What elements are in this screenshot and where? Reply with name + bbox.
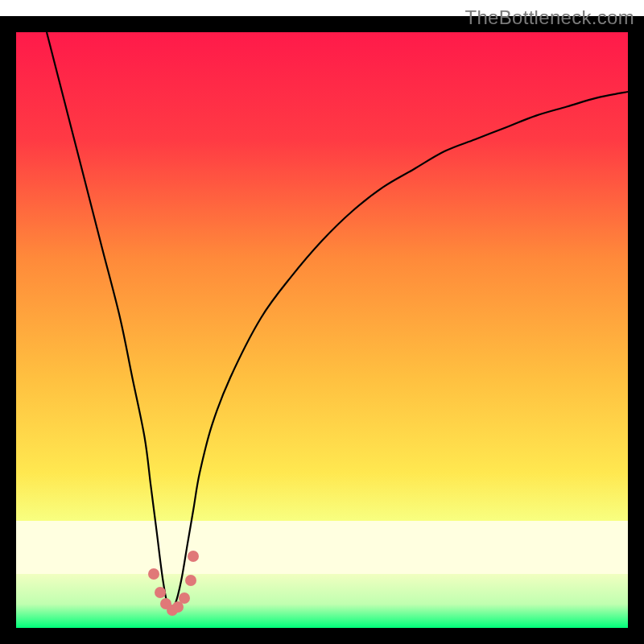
bottleneck-curve <box>16 32 628 628</box>
watermark-text: TheBottleneck.com <box>464 6 634 29</box>
data-marker <box>185 575 196 586</box>
data-marker <box>155 587 166 598</box>
chart-frame <box>0 16 644 644</box>
plot-area <box>16 32 628 628</box>
data-marker <box>179 592 190 604</box>
